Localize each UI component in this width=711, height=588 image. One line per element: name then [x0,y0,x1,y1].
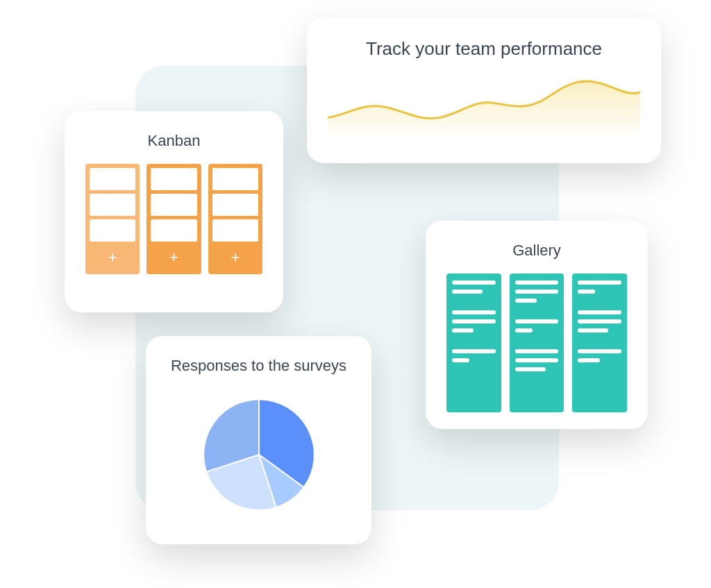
gallery-columns [446,274,627,412]
kanban-cell [151,168,196,190]
gallery-line [578,328,608,333]
kanban-cell [151,219,196,242]
kanban-cell [212,168,258,190]
gallery-line [452,319,496,324]
surveys-card: Responses to the surveys [146,336,371,544]
gallery-title: Gallery [446,242,627,260]
gallery-line [452,349,496,353]
plus-icon[interactable]: + [151,245,196,270]
gallery-line [515,289,559,294]
gallery-line [578,319,621,324]
kanban-cell [90,194,135,216]
gallery-line [515,358,559,362]
gallery-line [515,349,559,353]
kanban-cell [90,168,135,190]
gallery-line [578,349,621,353]
gallery-line [515,299,537,303]
kanban-cell [90,219,135,242]
gallery-line [452,328,474,333]
gallery-line [452,280,496,285]
gallery-column [446,274,501,412]
gallery-line [515,319,559,324]
line-chart-icon [328,67,640,140]
gallery-line [452,289,483,294]
gallery-line [515,367,546,371]
gallery-line [452,358,469,362]
gallery-line [578,280,621,285]
kanban-column: + [208,164,262,274]
gallery-line [578,289,595,294]
gallery-column [572,274,627,412]
gallery-card: Gallery [426,221,648,429]
performance-title: Track your team performance [328,38,640,60]
gallery-line [452,310,496,314]
kanban-columns: + + + [85,164,262,274]
pie-chart-wrap [167,389,351,521]
kanban-cell [212,219,258,242]
surveys-title: Responses to the surveys [167,357,351,375]
kanban-column: + [147,164,201,274]
pie-chart-icon [193,389,325,521]
kanban-cell [212,194,258,216]
kanban-cell [151,194,196,216]
plus-icon[interactable]: + [212,245,258,270]
kanban-card: Kanban + + + [65,111,283,312]
gallery-column [510,274,564,412]
kanban-column: + [85,164,140,274]
plus-icon[interactable]: + [90,245,135,270]
performance-card: Track your team performance [307,17,661,163]
gallery-line [515,280,559,285]
gallery-line [515,328,533,333]
gallery-line [578,310,621,314]
kanban-title: Kanban [85,132,262,150]
gallery-line [578,358,599,362]
